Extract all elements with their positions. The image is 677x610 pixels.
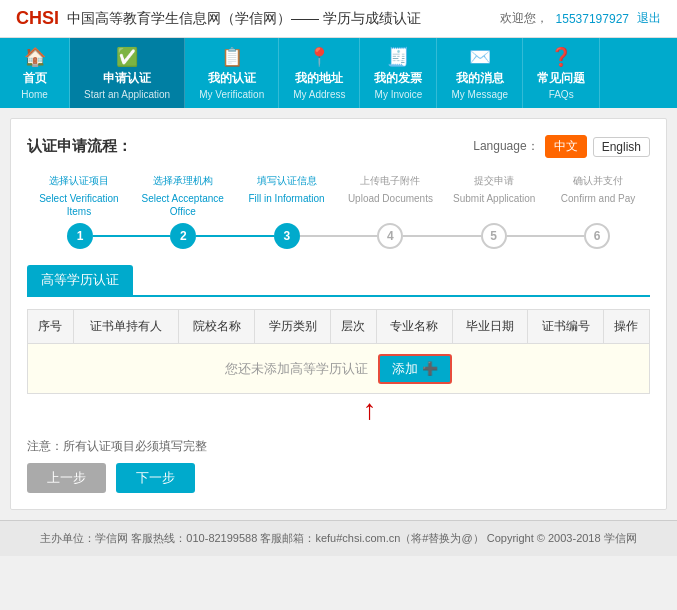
- address-icon: 📍: [308, 46, 330, 68]
- add-plus-icon: ➕: [422, 361, 438, 376]
- process-title: 认证申请流程：: [27, 137, 132, 156]
- step-3-item: 填写认证信息 Fill in Information: [235, 174, 339, 223]
- verification-icon: 📋: [221, 46, 243, 68]
- nav-message-zh: 我的消息: [456, 70, 504, 87]
- step-6-item: 确认并支付 Confirm and Pay: [546, 174, 650, 223]
- nav-faqs-zh: 常见问题: [537, 70, 585, 87]
- line-5-6: [507, 235, 584, 237]
- line-4-5: [403, 235, 480, 237]
- col-num: 序号: [28, 310, 74, 344]
- tab-education[interactable]: 高等学历认证: [27, 265, 133, 295]
- step-2-item: 选择承理机构 Select Acceptance Office: [131, 174, 235, 223]
- step-6-en: Confirm and Pay: [561, 192, 635, 205]
- table-empty-row: 您还未添加高等学历认证 添加 ➕: [28, 344, 650, 394]
- step-1-en: Select Verification Items: [27, 192, 131, 218]
- empty-message-area: 您还未添加高等学历认证 添加 ➕: [34, 354, 643, 384]
- red-arrow-icon: ↑: [363, 394, 377, 426]
- nav-home-zh: 首页: [23, 70, 47, 87]
- nav-my-address[interactable]: 📍 我的地址 My Address: [279, 38, 360, 108]
- table-header-row: 序号 证书单持有人 院校名称 学历类别 层次 专业名称 毕业日期 证书编号 操作: [28, 310, 650, 344]
- nav-verification-zh: 我的认证: [208, 70, 256, 87]
- nav-my-invoice[interactable]: 🧾 我的发票 My Invoice: [360, 38, 437, 108]
- step-3-circle: 3: [274, 223, 300, 249]
- step-6-circle: 6: [584, 223, 610, 249]
- nav-my-message[interactable]: ✉️ 我的消息 My Message: [437, 38, 523, 108]
- site-title: 中国高等教育学生信息网（学信网）—— 学历与成绩认证: [67, 10, 421, 28]
- step-4-item: 上传电子附件 Upload Documents: [338, 174, 442, 223]
- message-icon: ✉️: [469, 46, 491, 68]
- step-2-zh: 选择承理机构: [153, 174, 213, 187]
- main-content: 认证申请流程： Language： 中文 English 选择认证项目 Sele…: [10, 118, 667, 510]
- nav-home-en: Home: [21, 89, 48, 100]
- education-table: 序号 证书单持有人 院校名称 学历类别 层次 专业名称 毕业日期 证书编号 操作…: [27, 309, 650, 394]
- step-6-zh: 确认并支付: [573, 174, 623, 187]
- nav-invoice-zh: 我的发票: [374, 70, 422, 87]
- next-button[interactable]: 下一步: [116, 463, 195, 493]
- process-header: 认证申请流程： Language： 中文 English: [27, 135, 650, 158]
- header: CHSI 中国高等教育学生信息网（学信网）—— 学历与成绩认证 欢迎您， 155…: [0, 0, 677, 38]
- nav-faqs-en: FAQs: [549, 89, 574, 100]
- line-2-3: [196, 235, 273, 237]
- steps-labels: 选择认证项目 Select Verification Items 选择承理机构 …: [27, 174, 650, 223]
- step-4-en: Upload Documents: [348, 192, 433, 205]
- col-level: 层次: [330, 310, 376, 344]
- nav-address-en: My Address: [293, 89, 345, 100]
- step-5-item: 提交申请 Submit Application: [442, 174, 546, 223]
- nav-apply-zh: 申请认证: [103, 70, 151, 87]
- empty-text: 您还未添加高等学历认证: [225, 360, 368, 378]
- step-2-circle: 2: [170, 223, 196, 249]
- add-button-label: 添加: [392, 360, 418, 378]
- step-1-circle: 1: [67, 223, 93, 249]
- welcome-text: 欢迎您，: [500, 10, 548, 27]
- arrow-annotation: ↑: [27, 394, 650, 424]
- step-4-circle: 4: [377, 223, 403, 249]
- header-user-area: 欢迎您， 15537197927 退出: [500, 10, 661, 27]
- step-5-circle: 5: [481, 223, 507, 249]
- col-major: 专业名称: [376, 310, 452, 344]
- nav-home[interactable]: 🏠 首页 Home: [0, 38, 70, 108]
- step-2-en: Select Acceptance Office: [131, 192, 235, 218]
- apply-icon: ✅: [116, 46, 138, 68]
- username: 15537197927: [556, 12, 629, 26]
- step-3-en: Fill in Information: [249, 192, 325, 205]
- step-1-item: 选择认证项目 Select Verification Items: [27, 174, 131, 223]
- step-5-en: Submit Application: [453, 192, 535, 205]
- nav-verification-en: My Verification: [199, 89, 264, 100]
- prev-button[interactable]: 上一步: [27, 463, 106, 493]
- lang-zh-button[interactable]: 中文: [545, 135, 587, 158]
- nav-apply[interactable]: ✅ 申请认证 Start an Application: [70, 38, 185, 108]
- language-selector: Language： 中文 English: [473, 135, 650, 158]
- nav-address-zh: 我的地址: [295, 70, 343, 87]
- lang-en-button[interactable]: English: [593, 137, 650, 157]
- steps-circles: 1 2 3 4 5 6: [27, 223, 650, 249]
- logo-area: CHSI 中国高等教育学生信息网（学信网）—— 学历与成绩认证: [16, 8, 421, 29]
- step-1-zh: 选择认证项目: [49, 174, 109, 187]
- note-text: 注意：所有认证项目必须填写完整: [27, 438, 650, 455]
- nav-invoice-en: My Invoice: [375, 89, 423, 100]
- nav-my-verification[interactable]: 📋 我的认证 My Verification: [185, 38, 279, 108]
- faqs-icon: ❓: [550, 46, 572, 68]
- invoice-icon: 🧾: [387, 46, 409, 68]
- step-5-zh: 提交申请: [474, 174, 514, 187]
- home-icon: 🏠: [24, 46, 46, 68]
- step-4-zh: 上传电子附件: [360, 174, 420, 187]
- tab-bar: 高等学历认证: [27, 265, 650, 297]
- footer-text: 主办单位：学信网 客服热线：010-82199588 客服邮箱：kefu#chs…: [40, 532, 636, 544]
- line-3-4: [300, 235, 377, 237]
- logout-link[interactable]: 退出: [637, 10, 661, 27]
- steps-container: 选择认证项目 Select Verification Items 选择承理机构 …: [27, 174, 650, 249]
- col-holder: 证书单持有人: [73, 310, 179, 344]
- line-1-2: [93, 235, 170, 237]
- empty-cell: 您还未添加高等学历认证 添加 ➕: [28, 344, 650, 394]
- col-grad-date: 毕业日期: [452, 310, 528, 344]
- nav-apply-en: Start an Application: [84, 89, 170, 100]
- chsi-logo: CHSI: [16, 8, 59, 29]
- add-education-button[interactable]: 添加 ➕: [378, 354, 452, 384]
- col-action: 操作: [603, 310, 649, 344]
- nav-faqs[interactable]: ❓ 常见问题 FAQs: [523, 38, 600, 108]
- main-nav: 🏠 首页 Home ✅ 申请认证 Start an Application 📋 …: [0, 38, 677, 108]
- col-type: 学历类别: [255, 310, 331, 344]
- nav-message-en: My Message: [451, 89, 508, 100]
- step-3-zh: 填写认证信息: [257, 174, 317, 187]
- footer: 主办单位：学信网 客服热线：010-82199588 客服邮箱：kefu#chs…: [0, 520, 677, 556]
